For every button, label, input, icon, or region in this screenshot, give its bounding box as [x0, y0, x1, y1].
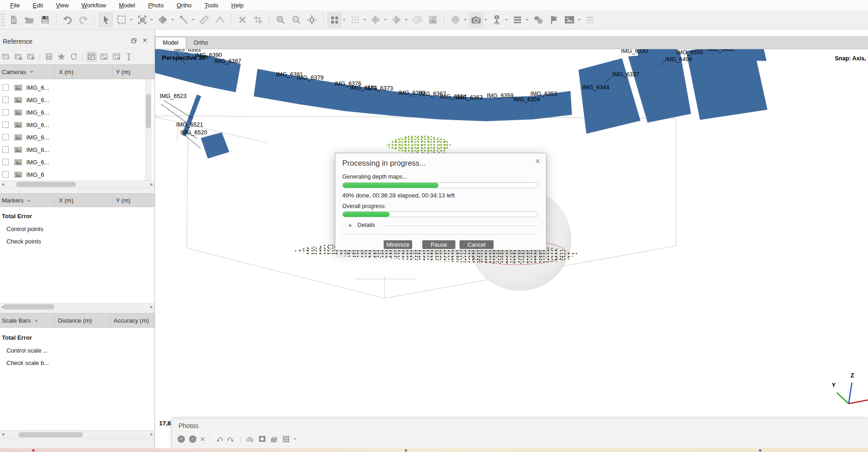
optimize-star-icon[interactable] [56, 52, 66, 62]
tab-model[interactable]: Model [155, 37, 186, 49]
cameras-vertical-scrollbar[interactable] [145, 79, 152, 180]
control-scale-row[interactable]: Control scale ... [0, 344, 155, 357]
convert-reference-icon[interactable] [26, 52, 36, 62]
stations-caret[interactable] [505, 19, 508, 21]
camera-row[interactable]: IMG_6... [0, 81, 155, 94]
show-orthomosaic-button[interactable] [426, 12, 440, 27]
close-pane-button[interactable]: × [141, 37, 149, 44]
camera-row[interactable]: IMG_6... [0, 156, 155, 168]
camera-row[interactable]: IMG_6... [0, 131, 155, 144]
show-point-cloud-button[interactable] [328, 12, 341, 27]
view-estimated-icon[interactable] [99, 52, 109, 62]
draw-point-button[interactable] [177, 12, 190, 27]
markers-column-header[interactable]: Markers [2, 194, 31, 207]
check-scale-row[interactable]: Check scale b... [0, 357, 155, 369]
mesh-caret[interactable] [384, 19, 387, 21]
show-mesh-button[interactable] [369, 12, 383, 27]
camera-checkbox[interactable] [2, 109, 9, 116]
menu-photo[interactable]: Photo [142, 1, 170, 10]
menu-ortho[interactable]: Ortho [170, 1, 198, 10]
details-expander-icon[interactable] [349, 224, 352, 227]
camera-checkbox[interactable] [2, 171, 9, 178]
distance-column-header[interactable]: Distance (m) [58, 313, 92, 327]
camera-row[interactable]: IMG_6... [0, 119, 155, 131]
show-stations-button[interactable] [490, 12, 504, 27]
camera-checkbox[interactable] [2, 97, 9, 103]
text-tool-icon[interactable] [124, 52, 134, 62]
images-caret[interactable] [578, 19, 581, 21]
menu-edit[interactable]: Edit [26, 1, 49, 10]
y-column-header[interactable]: Y (m) [116, 194, 131, 207]
globe-view-caret[interactable] [464, 19, 466, 21]
menu-view[interactable]: View [49, 1, 75, 10]
rotate-right-icon[interactable] [227, 435, 235, 442]
total-error-row[interactable]: Total Error [0, 210, 155, 222]
view-errors-icon[interactable] [86, 52, 97, 62]
navigation-tool-button[interactable] [99, 12, 113, 27]
undo-button[interactable] [61, 12, 75, 27]
scroll-right-arrow-icon[interactable]: ▶ [150, 305, 153, 309]
import-reference-icon[interactable] [1, 52, 11, 62]
view-mode-button[interactable] [511, 12, 524, 27]
cameras-column-header[interactable]: Cameras [2, 65, 34, 79]
view-variance-icon[interactable] [111, 52, 121, 62]
mask-icon[interactable] [259, 435, 266, 442]
rotate-object-button[interactable] [156, 12, 170, 27]
point-cloud-caret[interactable] [343, 19, 345, 21]
column-divider[interactable] [112, 67, 113, 77]
new-document-button[interactable] [7, 12, 21, 27]
total-error-row[interactable]: Total Error [0, 331, 155, 344]
model-shaded-caret[interactable] [405, 19, 408, 21]
camera-row[interactable]: IMG_6... [0, 106, 155, 119]
column-divider[interactable] [112, 196, 113, 205]
float-pane-button[interactable] [130, 37, 138, 44]
minimize-button[interactable]: Minimize [384, 240, 412, 249]
tab-ortho[interactable]: Ortho [186, 37, 215, 49]
column-divider[interactable] [54, 196, 55, 205]
menu-help[interactable]: Help [225, 1, 250, 10]
show-dense-cloud-button[interactable] [348, 12, 362, 27]
show-shapes-button[interactable] [531, 12, 545, 27]
view-mode-caret[interactable] [526, 19, 529, 21]
x-column-header[interactable]: X (m) [59, 65, 74, 79]
remove-cameras-icon[interactable]: × [201, 435, 205, 443]
y-column-header[interactable]: Y (m) [116, 65, 131, 79]
save-button[interactable] [38, 12, 52, 27]
scrollbar-thumb[interactable] [16, 182, 76, 187]
rotate-left-icon[interactable] [215, 435, 223, 442]
dialog-close-icon[interactable]: × [535, 156, 540, 166]
scroll-left-arrow-icon[interactable]: ◀ [1, 183, 4, 186]
layers-button[interactable] [583, 12, 597, 27]
fit-view-button[interactable] [305, 12, 319, 27]
menu-file[interactable]: File [4, 1, 26, 10]
camera-checkbox[interactable] [2, 146, 9, 153]
rectangle-selection-button[interactable] [115, 12, 128, 27]
column-divider[interactable] [110, 315, 111, 325]
control-points-row[interactable]: Control points [0, 223, 155, 235]
filter-binoculars-icon[interactable] [246, 435, 254, 442]
scrollbar-thumb[interactable] [4, 304, 54, 309]
globe-view-button[interactable] [448, 12, 462, 27]
resize-region-button[interactable] [135, 12, 149, 27]
camera-checkbox[interactable] [2, 134, 9, 140]
dense-cloud-caret[interactable] [363, 19, 366, 21]
menu-model[interactable]: Model [113, 1, 142, 10]
crop-button[interactable] [251, 12, 265, 27]
open-button[interactable] [23, 12, 36, 27]
camera-checkbox[interactable] [2, 159, 9, 165]
camera-row[interactable]: IMG_6... [0, 94, 155, 106]
grid-view-icon[interactable] [282, 435, 290, 442]
check-points-row[interactable]: Check points [0, 235, 155, 248]
scrollbar-thumb[interactable] [146, 94, 151, 128]
cameras-caret[interactable] [484, 19, 487, 21]
show-dem-button[interactable] [410, 12, 424, 27]
markers-horizontal-scrollbar[interactable]: ◀ ▶ [0, 303, 155, 310]
x-column-header[interactable]: X (m) [59, 194, 74, 207]
column-divider[interactable] [54, 67, 55, 77]
show-cameras-button[interactable] [469, 12, 483, 27]
scalebars-column-header[interactable]: Scale Bars [2, 313, 38, 327]
reference-bottom-scrollbar[interactable]: ◀ ▶ [0, 430, 155, 438]
cameras-horizontal-scrollbar[interactable]: ◀ ▶ [0, 180, 155, 188]
show-markers-button[interactable] [547, 12, 561, 27]
zoom-in-button[interactable] [274, 12, 287, 27]
